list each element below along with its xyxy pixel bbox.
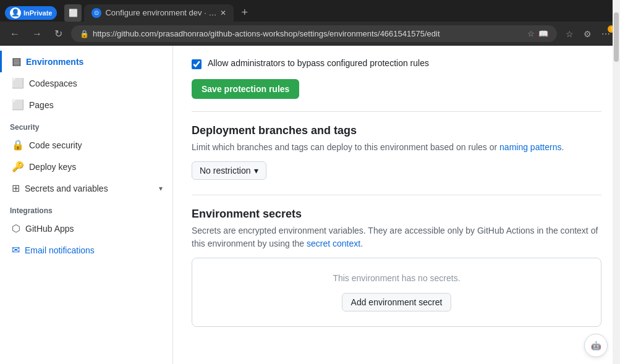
tab-favicon-icon: ⊙	[94, 9, 99, 16]
dropdown-arrow-icon: ▾	[254, 166, 258, 176]
new-tab-btn[interactable]: +	[236, 4, 253, 22]
url-text: https://github.com/prasadhonrao/github-a…	[93, 29, 524, 38]
tab-close-btn[interactable]: ✕	[220, 9, 226, 17]
page: ▤ Environments ⬜ Codespaces ⬜ Pages Secu…	[0, 46, 620, 364]
forward-btn[interactable]: →	[28, 26, 46, 42]
secret-context-link[interactable]: secret context	[307, 239, 360, 248]
address-star-icon: ☆	[527, 29, 535, 38]
active-tab[interactable]: ⊙ Configure environment dev · pra… ✕	[84, 4, 234, 22]
browser-toolbar: ← → ↻ 🔒 https://github.com/prasadhonrao/…	[0, 22, 620, 46]
copilot-icon: 🤖	[591, 341, 601, 350]
add-environment-secret-btn[interactable]: Add environment secret	[342, 293, 452, 311]
toolbar-icons: ☆ ⚙ ⋯ !	[562, 27, 614, 41]
sidebar-deploy-keys-label: Deploy keys	[29, 162, 76, 172]
sidebar-secrets-label: Secrets and variables	[25, 184, 108, 193]
bypass-rules-label: Allow administrators to bypass configure…	[208, 58, 429, 68]
lock-icon: 🔒	[80, 30, 89, 38]
sidebar-github-apps-label: GitHub Apps	[25, 224, 74, 234]
address-read-icon: 📖	[538, 29, 548, 38]
codespaces-icon: ⬜	[12, 77, 24, 89]
refresh-btn[interactable]: ↻	[51, 25, 66, 42]
sidebar-codespaces-label: Codespaces	[29, 78, 77, 88]
sidebar-item-secrets-and-variables[interactable]: ⊞ Secrets and variables ▾	[0, 177, 172, 199]
secrets-icon: ⊞	[12, 182, 20, 194]
sidebar-item-code-security[interactable]: 🔒 Code security	[0, 134, 172, 156]
naming-patterns-link[interactable]: naming patterns	[499, 142, 561, 152]
sidebar-item-email-notifications[interactable]: ✉ Email notifications	[0, 239, 172, 261]
inprivate-label: InPrivate	[23, 9, 52, 17]
integrations-section-label: Integrations	[0, 199, 172, 218]
divider-1	[192, 111, 601, 112]
extensions-btn[interactable]: ⋯ !	[598, 27, 614, 41]
sidebar-item-codespaces[interactable]: ⬜ Codespaces	[0, 72, 172, 94]
deploy-keys-icon: 🔑	[12, 161, 24, 172]
deployment-branches-section: Deployment branches and tags Limit which…	[192, 124, 601, 180]
secrets-desc-text: Secrets are encrypted environment variab…	[192, 226, 598, 248]
deployment-branches-desc: Limit which branches and tags can deploy…	[192, 141, 601, 154]
github-apps-icon: ⬡	[12, 222, 20, 234]
deployment-branches-title: Deployment branches and tags	[192, 124, 601, 137]
environment-secrets-desc: Secrets are encrypted environment variab…	[192, 224, 601, 250]
save-protection-rules-btn[interactable]: Save protection rules	[192, 79, 299, 99]
scrollbar-thumb[interactable]	[614, 12, 619, 62]
sidebar-item-github-apps[interactable]: ⬡ GitHub Apps	[0, 218, 172, 239]
secrets-desc-suffix: .	[360, 239, 363, 248]
collections-btn[interactable]: ⚙	[580, 27, 595, 41]
address-bar[interactable]: 🔒 https://github.com/prasadhonrao/github…	[71, 25, 557, 42]
environments-icon: ▤	[12, 56, 21, 67]
chevron-down-icon: ▾	[159, 184, 163, 193]
env-secrets-box: This environment has no secrets. Add env…	[192, 258, 601, 327]
sidebar-environments-label: Environments	[26, 57, 83, 67]
tab-switcher-btn[interactable]: ⬜	[64, 4, 82, 22]
back-btn[interactable]: ←	[6, 26, 23, 42]
bypass-rules-checkbox[interactable]	[192, 59, 202, 69]
bypass-rules-row: Allow administrators to bypass configure…	[192, 58, 601, 69]
sidebar: ▤ Environments ⬜ Codespaces ⬜ Pages Secu…	[0, 46, 173, 364]
tab-switcher-icon: ⬜	[69, 9, 78, 17]
sidebar-item-pages[interactable]: ⬜ Pages	[0, 94, 172, 116]
email-notifications-icon: ✉	[12, 244, 20, 256]
environment-secrets-title: Environment secrets	[192, 208, 601, 221]
favorites-btn[interactable]: ☆	[562, 27, 577, 41]
tab-favicon: ⊙	[91, 8, 101, 18]
copilot-btn[interactable]: 🤖	[584, 334, 608, 357]
code-security-icon: 🔒	[12, 139, 24, 151]
inprivate-badge: 👤 InPrivate	[5, 6, 57, 20]
no-secrets-text: This environment has no secrets.	[207, 273, 586, 283]
sidebar-code-security-label: Code security	[29, 140, 82, 150]
pages-icon: ⬜	[12, 99, 24, 111]
sidebar-email-notifications-label: Email notifications	[25, 245, 95, 255]
sidebar-item-deploy-keys[interactable]: 🔑 Deploy keys	[0, 156, 172, 177]
scrollbar-track[interactable]	[613, 0, 620, 364]
environment-secrets-section: Environment secrets Secrets are encrypte…	[192, 208, 601, 327]
sidebar-item-environments[interactable]: ▤ Environments	[0, 51, 172, 72]
deployment-desc-text: Limit which branches and tags can deploy…	[192, 142, 499, 152]
divider-2	[192, 195, 601, 195]
security-section-label: Security	[0, 116, 172, 134]
main-content: Allow administrators to bypass configure…	[173, 46, 620, 364]
browser-chrome: 👤 InPrivate ⬜ ⊙ Configure environment de…	[0, 0, 620, 46]
tab-bar: 👤 InPrivate ⬜ ⊙ Configure environment de…	[0, 0, 620, 22]
inprivate-avatar-icon: 👤	[10, 7, 21, 19]
sidebar-pages-label: Pages	[29, 100, 54, 110]
tab-title: Configure environment dev · pra…	[105, 8, 216, 17]
no-restriction-dropdown[interactable]: No restriction ▾	[192, 161, 266, 180]
no-restriction-label: No restriction	[200, 166, 250, 176]
deployment-desc-suffix: .	[561, 142, 564, 152]
